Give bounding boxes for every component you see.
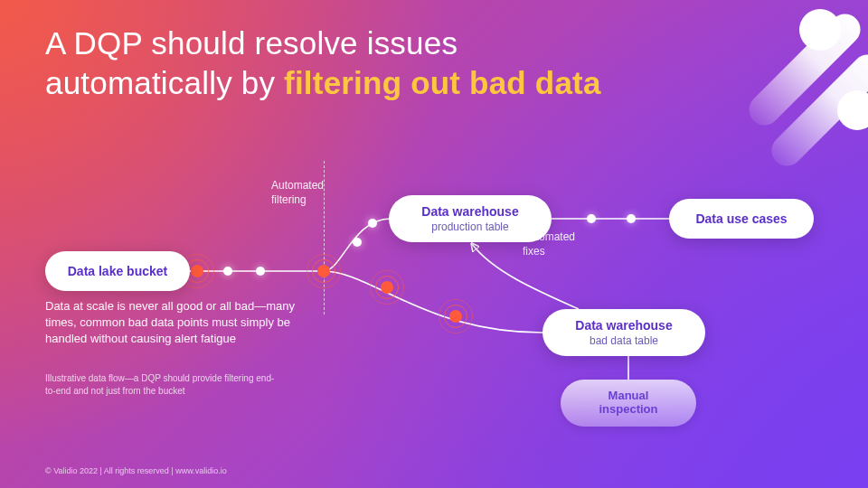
footnote: Illustrative data flow—a DQP should prov… — [45, 372, 280, 398]
title-highlight: filtering out bad data — [284, 65, 601, 100]
svg-point-8 — [837, 36, 841, 40]
svg-point-6 — [835, 32, 837, 34]
node-subtitle: production table — [431, 221, 508, 233]
flow-dot — [368, 219, 377, 228]
pulse-dot — [317, 265, 330, 277]
node-title: Data warehouse — [421, 204, 518, 219]
svg-point-3 — [831, 28, 834, 31]
brand-logo-icon — [826, 16, 852, 45]
node-dw-production: Data warehouse production table — [389, 195, 552, 242]
title-line2-prefix: automatically by — [45, 65, 284, 100]
flow-dot — [223, 267, 232, 276]
flow-dot — [256, 267, 265, 276]
copyright: © Validio 2022 | All rights reserved | w… — [45, 466, 227, 475]
node-dw-bad-data: Data warehouse bad data table — [542, 309, 705, 356]
node-title: Data warehouse — [575, 318, 672, 333]
node-data-lake-bucket: Data lake bucket — [45, 251, 190, 291]
flow-dot — [587, 214, 596, 223]
svg-point-7 — [841, 32, 844, 34]
node-manual-inspection: Manual inspection — [561, 380, 696, 427]
node-title: Data use cases — [695, 211, 787, 226]
flow-dot — [627, 214, 636, 223]
svg-point-1 — [834, 23, 836, 26]
svg-point-0 — [837, 19, 841, 23]
pulse-dot — [449, 310, 462, 323]
svg-point-5 — [845, 28, 848, 31]
title-line1: A DQP should resolve issues — [45, 25, 458, 61]
flow-dot — [353, 238, 362, 247]
node-title: Data lake bucket — [68, 264, 168, 278]
decor-circle — [837, 90, 868, 130]
pulse-dot — [191, 265, 203, 277]
slide-title: A DQP should resolve issues automaticall… — [45, 23, 696, 103]
node-data-use-cases: Data use cases — [669, 199, 814, 239]
slide: A DQP should resolve issues automaticall… — [0, 0, 868, 488]
divider-dashed — [324, 161, 325, 314]
svg-point-2 — [842, 23, 844, 26]
node-subtitle: bad data table — [590, 334, 658, 347]
caption-automated-filtering: Automated filtering — [271, 179, 324, 207]
svg-point-4 — [837, 27, 841, 31]
pulse-dot — [381, 281, 393, 294]
node-title: Manual inspection — [599, 389, 657, 417]
body-text: Data at scale is never all good or all b… — [45, 298, 298, 348]
